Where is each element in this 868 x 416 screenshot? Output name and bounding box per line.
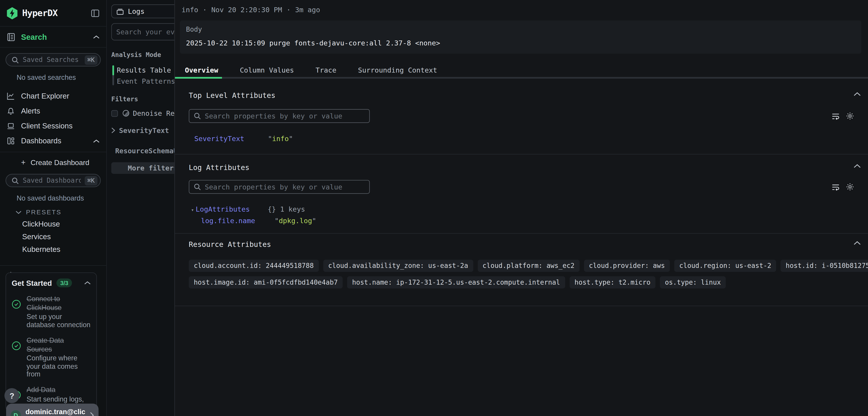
attribute-value[interactable]: "info" (268, 135, 293, 143)
sidebar: HyperDX Search (0, 0, 107, 416)
sidebar-item-search[interactable]: Search (0, 27, 106, 47)
attribute-key[interactable]: LogAttributes (196, 205, 268, 213)
filter-group-resourceschemaurl[interactable]: ResourceSchemaUrl (111, 147, 174, 155)
help-button[interactable]: ? (4, 388, 20, 403)
sidebar-nav: Chart Explorer Alerts Cl (0, 89, 106, 148)
tab-overview[interactable]: Overview (185, 65, 218, 74)
resource-chip[interactable]: host.type: t2.micro (569, 276, 655, 289)
sidebar-item-chart-explorer[interactable]: Chart Explorer (0, 89, 106, 103)
shortcut-badge: ⌘K (85, 176, 97, 185)
event-detail-panel: info · Nov 20 2:20:30 PM · 3m ago Body 2… (174, 0, 868, 416)
chevron-right-icon (111, 127, 115, 133)
collapse-section-icon[interactable] (854, 92, 861, 96)
saved-searches-search[interactable]: ⌘K (5, 53, 101, 66)
analysis-mode-list: Results Table Event Patterns (111, 64, 174, 86)
denoise-filter-row: Denoise Results (111, 109, 174, 117)
resource-chip[interactable]: cloud.provider: aws (584, 260, 670, 272)
sidebar-header: HyperDX (0, 0, 106, 26)
sidebar-item-dashboards[interactable]: Dashboards (0, 133, 106, 148)
tab-trace[interactable]: Trace (315, 65, 336, 74)
presets-toggle[interactable]: PRESETS (16, 209, 106, 215)
resource-chip[interactable]: host.image.id: ami-0f5fcdfbd140e4ab7 (189, 276, 343, 289)
chevron-up-icon[interactable] (93, 139, 99, 143)
tab-surrounding-context[interactable]: Surrounding Context (358, 65, 437, 74)
wrap-lines-icon[interactable] (831, 112, 840, 120)
mode-results-table[interactable]: Results Table (117, 64, 175, 75)
logo[interactable]: HyperDX (6, 7, 57, 19)
sidebar-item-services[interactable]: Services (22, 233, 106, 241)
section-title: Top Level Attributes (189, 79, 868, 100)
saved-dashboards-search[interactable]: ⌘K (5, 174, 101, 187)
collapse-section-icon[interactable] (854, 164, 861, 169)
tree-caret-icon[interactable]: ▾ (191, 207, 194, 212)
source-selector-label: Logs (128, 7, 145, 16)
denoise-checkbox[interactable] (111, 110, 118, 116)
denoise-label[interactable]: Denoise Results (133, 109, 175, 117)
mode-rail (112, 65, 114, 85)
mode-event-patterns[interactable]: Event Patterns (117, 75, 175, 86)
gear-icon[interactable] (846, 183, 854, 191)
resource-chip[interactable]: host.id: i-0510b81275acbe4d5 (781, 260, 868, 272)
resource-chip[interactable]: cloud.availability_zone: us-east-2a (323, 260, 473, 272)
saved-searches-input[interactable] (23, 56, 81, 63)
more-filters-button[interactable]: More filters (111, 162, 174, 174)
chevron-up-icon[interactable] (93, 35, 99, 39)
saved-dashboards-input[interactable] (23, 177, 81, 184)
chart-icon (6, 92, 16, 100)
resource-chip[interactable]: os.type: linux (660, 276, 726, 289)
section-tools (831, 112, 854, 120)
create-dashboard-button[interactable]: + Create Dashboard (0, 154, 106, 170)
get-started-header[interactable]: Get Started 3/3 (11, 278, 91, 287)
get-started-item-desc: Set up your database connection (27, 313, 91, 329)
attribute-row: log.file.name "dpkg.log" (189, 216, 868, 225)
avatar: D (11, 410, 21, 416)
attribute-row: SeverityText "info" (189, 135, 868, 143)
filter-group-label: ResourceSchemaUrl (115, 147, 174, 155)
tab-column-values[interactable]: Column Values (240, 65, 294, 74)
collapse-sidebar-icon[interactable] (91, 8, 100, 18)
active-tab-indicator (175, 77, 222, 79)
dot-separator: · (287, 5, 291, 14)
get-started-item-connect[interactable]: Connect to ClickHouse Set up your databa… (11, 295, 91, 329)
filters-heading: Filters (111, 95, 174, 103)
resource-chip[interactable]: host.name: ip-172-31-12-5.us-east-2.comp… (347, 276, 565, 289)
attribute-key[interactable]: SeverityText (194, 135, 268, 143)
get-started-item-sources[interactable]: Create Data Sources Configure where your… (11, 337, 91, 379)
search-icon (194, 183, 201, 190)
nav-label: Client Sessions (21, 122, 100, 130)
chevron-up-icon[interactable] (84, 281, 91, 285)
resource-chip[interactable]: cloud.platform: aws_ec2 (477, 260, 580, 272)
sidebar-item-kubernetes[interactable]: Kubernetes (22, 245, 106, 254)
property-search (189, 180, 370, 194)
hyperdx-app: HyperDX Search (0, 0, 868, 416)
sidebar-item-client-sessions[interactable]: Client Sessions (0, 118, 106, 133)
get-started-title: Get Started (11, 279, 52, 287)
source-selector[interactable]: Logs (111, 4, 174, 18)
denoise-icon (122, 110, 129, 117)
sidebar-item-alerts[interactable]: Alerts (0, 103, 106, 118)
attribute-key[interactable]: log.file.name (201, 216, 275, 225)
get-started-item-title: Create Data Sources (27, 337, 91, 354)
property-search-input[interactable] (205, 183, 365, 191)
resource-chip[interactable]: cloud.account.id: 244449518788 (189, 260, 319, 272)
event-search-input[interactable] (111, 23, 174, 40)
collapse-section-icon[interactable] (854, 241, 861, 245)
property-search-input[interactable] (205, 112, 365, 120)
sidebar-item-clickhouse[interactable]: ClickHouse (22, 220, 106, 228)
resource-chip[interactable]: cloud.region: us-east-2 (674, 260, 776, 272)
resource-chip-row: cloud.account.id: 244449518788 cloud.ava… (189, 260, 868, 272)
filter-group-severitytext[interactable]: SeverityText (111, 126, 174, 135)
denoise-label-group: Denoise Results (122, 109, 174, 117)
hyperdx-logo-icon (6, 7, 18, 19)
user-info: dominic.tran@clic... dominic.tran@clickh… (26, 408, 85, 416)
search-journal-icon (6, 32, 16, 41)
attribute-value[interactable]: "dpkg.log" (275, 216, 316, 225)
check-circle-icon (11, 341, 21, 379)
section-top-level-attributes: Top Level Attributes (175, 79, 868, 155)
user-menu[interactable]: D dominic.tran@clic... dominic.tran@clic… (6, 404, 98, 416)
gear-icon[interactable] (846, 112, 854, 120)
check-circle-icon (11, 300, 21, 329)
no-saved-searches-text: No saved searches (17, 74, 106, 81)
bell-icon (6, 107, 16, 115)
wrap-lines-icon[interactable] (831, 183, 840, 191)
